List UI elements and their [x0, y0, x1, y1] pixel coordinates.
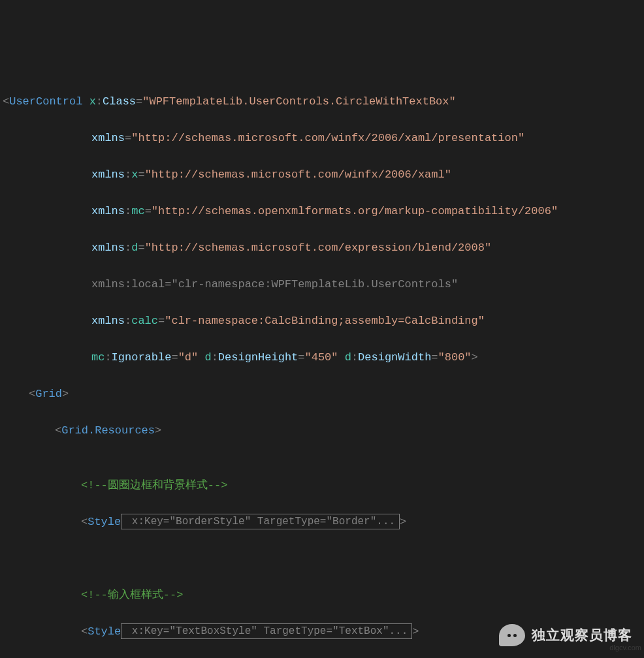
xaml-line: xmlns="http://schemas.microsoft.com/winf…: [3, 129, 644, 148]
xaml-line: <Grid.Resources>: [3, 422, 644, 440]
xaml-line: <Grid>: [3, 385, 644, 403]
code-fold[interactable]: x:Key="TextBoxStyle" TargetType="TextBox…: [121, 623, 412, 639]
xaml-line: xmlns:d="http://schemas.microsoft.com/ex…: [3, 239, 644, 257]
code-editor[interactable]: <UserControl x:Class="WPFTemplateLib.Use…: [0, 74, 644, 658]
xaml-line: xmlns:mc="http://schemas.openxmlformats.…: [3, 202, 644, 221]
code-fold[interactable]: x:Key="BorderStyle" TargetType="Border".…: [121, 514, 400, 529]
xaml-line: xmlns:local="clr-namespace:WPFTemplateLi…: [3, 275, 644, 294]
xaml-line: xmlns:calc="clr-namespace:CalcBinding;as…: [3, 312, 644, 330]
corner-url: dlgcv.com: [609, 638, 641, 657]
xaml-comment: <!--输入框样式-->: [3, 586, 644, 604]
xaml-line: <UserControl x:Class="WPFTemplateLib.Use…: [3, 93, 644, 111]
xaml-line: xmlns:x="http://schemas.microsoft.com/wi…: [3, 166, 644, 184]
xaml-line: <Style x:Key="BorderStyle" TargetType="B…: [3, 513, 644, 531]
xaml-comment: <!--圆圈边框和背景样式-->: [3, 477, 644, 495]
wechat-icon: [499, 624, 525, 646]
xaml-line: mc:Ignorable="d" d:DesignHeight="450" d:…: [3, 349, 644, 367]
